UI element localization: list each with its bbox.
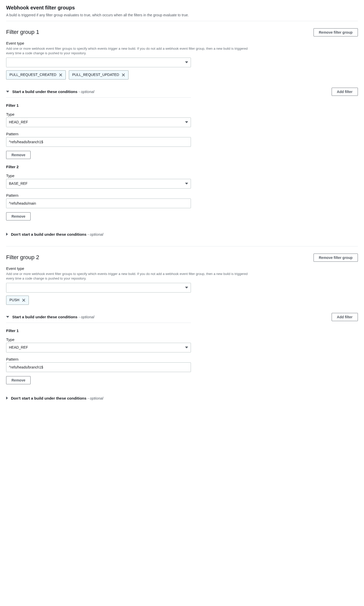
optional-suffix: - optional xyxy=(77,89,94,94)
filter-type-select-value: HEAD_REF xyxy=(9,120,28,125)
event-type-label: Event type xyxy=(6,41,191,46)
filter-pattern-label: Pattern xyxy=(6,131,191,137)
divider xyxy=(6,97,191,98)
filter-type-select[interactable]: HEAD_REF xyxy=(6,117,191,127)
filter-type-select-value: BASE_REF xyxy=(9,181,28,186)
remove-filter-button[interactable]: Remove xyxy=(6,151,31,159)
filter-name: Filter 2 xyxy=(6,164,191,169)
chevron-down-icon xyxy=(185,347,188,348)
optional-suffix: - optional xyxy=(86,232,103,236)
filter-pattern-input[interactable] xyxy=(6,137,191,147)
chevron-down-icon xyxy=(185,61,188,63)
chevron-down-icon xyxy=(185,183,188,185)
chevron-down-icon xyxy=(185,121,188,123)
chevron-right-icon xyxy=(6,233,8,236)
filter-type-label: Type xyxy=(6,112,191,117)
close-icon xyxy=(122,73,125,77)
filter-type-select[interactable]: BASE_REF xyxy=(6,179,191,189)
event-type-label: Event type xyxy=(6,266,191,271)
remove-filter-button[interactable]: Remove xyxy=(6,212,31,220)
filter-group: Filter group 1 Remove filter group Event… xyxy=(6,28,358,237)
divider xyxy=(6,323,191,323)
start-build-conditions-label: Start a build under these conditions xyxy=(12,89,77,94)
token-remove-button[interactable] xyxy=(59,73,62,77)
start-build-conditions-toggle[interactable]: Start a build under these conditions - o… xyxy=(6,89,326,94)
dont-start-build-conditions-toggle[interactable]: Don't start a build under these conditio… xyxy=(6,396,358,401)
optional-suffix: - optional xyxy=(86,396,103,400)
close-icon xyxy=(22,298,25,302)
filter-pattern-input[interactable] xyxy=(6,362,191,372)
filter-pattern-input[interactable] xyxy=(6,199,191,208)
dont-start-build-conditions-title: Don't start a build under these conditio… xyxy=(11,232,103,237)
filter-type-select[interactable]: HEAD_REF xyxy=(6,343,191,352)
add-filter-button[interactable]: Add filter xyxy=(332,313,358,321)
token-remove-button[interactable] xyxy=(122,73,125,77)
chevron-down-icon xyxy=(185,287,188,288)
dont-start-build-conditions-toggle[interactable]: Don't start a build under these conditio… xyxy=(6,232,358,237)
chevron-down-icon xyxy=(6,91,9,93)
dont-start-build-conditions-title: Don't start a build under these conditio… xyxy=(11,396,103,401)
dont-start-build-conditions-label: Don't start a build under these conditio… xyxy=(11,396,86,400)
filter-group-title: Filter group 2 xyxy=(6,254,39,261)
start-build-conditions-title: Start a build under these conditions - o… xyxy=(12,89,94,94)
filter-block: Filter 2 Type BASE_REF Pattern Remove xyxy=(6,164,191,220)
remove-filter-button[interactable]: Remove xyxy=(6,376,31,384)
page-title: Webhook event filter groups xyxy=(6,4,358,11)
filter-pattern-label: Pattern xyxy=(6,357,191,362)
event-type-token-label: PULL_REQUEST_UPDATED xyxy=(72,72,119,77)
event-type-select[interactable] xyxy=(6,283,191,293)
dont-start-build-conditions-label: Don't start a build under these conditio… xyxy=(11,232,86,236)
filter-pattern-label: Pattern xyxy=(6,193,191,198)
filter-type-label: Type xyxy=(6,337,191,342)
event-type-token: PULL_REQUEST_CREATED xyxy=(6,70,66,80)
event-type-help: Add one or more webhook event filter gro… xyxy=(6,46,253,56)
chevron-right-icon xyxy=(6,397,8,400)
filter-name: Filter 1 xyxy=(6,103,191,108)
filter-group: Filter group 2 Remove filter group Event… xyxy=(6,254,358,401)
token-remove-button[interactable] xyxy=(22,298,25,302)
close-icon xyxy=(59,73,62,77)
chevron-down-icon xyxy=(6,316,9,318)
start-build-conditions-label: Start a build under these conditions xyxy=(12,315,77,319)
event-type-help: Add one or more webhook event filter gro… xyxy=(6,272,253,281)
add-filter-button[interactable]: Add filter xyxy=(332,88,358,96)
filter-block: Filter 1 Type HEAD_REF Pattern Remove xyxy=(6,103,191,159)
event-type-token: PUSH xyxy=(6,296,29,305)
filter-type-label: Type xyxy=(6,173,191,178)
filter-type-select-value: HEAD_REF xyxy=(9,345,28,350)
filter-name: Filter 1 xyxy=(6,328,191,333)
event-type-token-label: PULL_REQUEST_CREATED xyxy=(9,72,56,77)
filter-group-title: Filter group 1 xyxy=(6,28,39,36)
filter-block: Filter 1 Type HEAD_REF Pattern Remove xyxy=(6,328,191,384)
event-type-token-label: PUSH xyxy=(9,298,19,303)
event-type-token: PULL_REQUEST_UPDATED xyxy=(69,70,128,80)
event-type-select[interactable] xyxy=(6,58,191,67)
start-build-conditions-toggle[interactable]: Start a build under these conditions - o… xyxy=(6,314,326,320)
page-description: A build is triggered if any filter group… xyxy=(6,13,358,18)
divider xyxy=(6,21,358,21)
remove-filter-group-button[interactable]: Remove filter group xyxy=(314,254,358,262)
divider xyxy=(6,246,358,246)
start-build-conditions-title: Start a build under these conditions - o… xyxy=(12,314,94,320)
optional-suffix: - optional xyxy=(77,315,94,319)
remove-filter-group-button[interactable]: Remove filter group xyxy=(314,28,358,36)
